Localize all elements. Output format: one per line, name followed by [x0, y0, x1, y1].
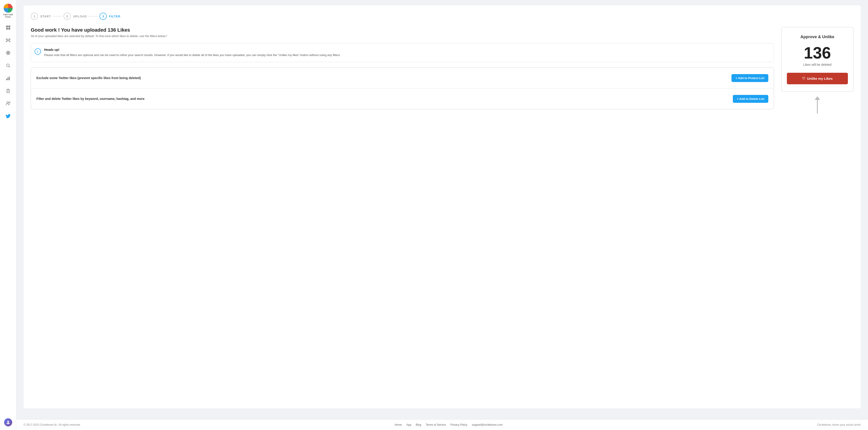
filter-protect-label: Exclude some Twitter likes (prevent spec… — [36, 76, 141, 80]
filter-row-delete: Filter and delete Twitter likes by keywo… — [31, 89, 774, 109]
svg-point-25 — [7, 421, 9, 423]
heart-icon: ♡ — [802, 76, 805, 81]
page-title: Good work ! You have uploaded 136 Likes — [31, 27, 774, 33]
svg-rect-3 — [8, 28, 10, 30]
unlike-my-likes-button[interactable]: ♡ Unlike my Likes — [787, 73, 848, 84]
right-panel: Approve & Unlike 136 Likes will be delet… — [781, 27, 854, 113]
delete-icon[interactable] — [4, 87, 12, 95]
arrow-container — [781, 96, 854, 113]
svg-point-4 — [7, 39, 9, 41]
dashboard-icon[interactable] — [4, 24, 12, 32]
sidebar: TWITTER TOOL — [0, 0, 16, 430]
arrow-up — [815, 96, 820, 113]
content-wrapper: 1 START 2 UPLOAD 3 FILTER — [16, 0, 868, 419]
page-subtitle: All of your uploaded likes are selected … — [31, 34, 774, 38]
footer-link-app[interactable]: App — [406, 423, 411, 426]
svg-line-9 — [7, 39, 7, 40]
target-icon[interactable] — [4, 49, 12, 57]
step-1-label: START — [40, 15, 51, 18]
approve-count: 136 — [787, 45, 848, 61]
arrow-head — [815, 96, 820, 100]
svg-line-10 — [9, 39, 9, 40]
svg-rect-1 — [8, 26, 10, 27]
step-1-circle: 1 — [31, 13, 38, 20]
svg-line-17 — [9, 66, 10, 68]
arrow-line — [817, 100, 818, 113]
svg-rect-2 — [6, 28, 8, 30]
footer-link-privacy[interactable]: Privacy Policy — [451, 423, 467, 426]
svg-point-16 — [6, 64, 9, 67]
step-1: 1 START — [31, 13, 51, 20]
step-2: 2 UPLOAD — [64, 13, 87, 20]
add-to-delete-list-button[interactable]: + Add to Delete List — [733, 95, 768, 103]
svg-rect-0 — [6, 26, 8, 27]
info-title: Heads up! — [44, 48, 341, 52]
svg-point-15 — [8, 53, 8, 53]
users-icon[interactable] — [4, 99, 12, 107]
svg-line-12 — [9, 40, 9, 41]
page-layout: Good work ! You have uploaded 136 Likes … — [31, 27, 854, 113]
footer-link-home[interactable]: Home — [395, 423, 402, 426]
step-divider-1 — [53, 16, 62, 16]
footer-link-blog[interactable]: Blog — [416, 423, 421, 426]
sidebar-logo: TWITTER TOOL — [0, 4, 16, 18]
filter-box: Exclude some Twitter likes (prevent spec… — [31, 68, 774, 109]
twitter-sidebar-icon[interactable] — [4, 112, 12, 120]
left-panel: Good work ! You have uploaded 136 Likes … — [31, 27, 774, 109]
svg-rect-18 — [6, 79, 7, 80]
approve-subtitle: Likes will be deleted — [787, 63, 848, 66]
info-box: i Heads up! Please note that all filters… — [31, 43, 774, 62]
filter-delete-label: Filter and delete Twitter likes by keywo… — [36, 97, 145, 101]
info-icon: i — [35, 48, 41, 55]
svg-point-24 — [9, 102, 10, 103]
footer-links: Home App Blog Terms of Service Privacy P… — [395, 423, 503, 426]
info-text: Please note that all filters are optiona… — [44, 53, 341, 57]
add-to-protect-list-button[interactable]: + Add to Protect List — [732, 74, 768, 82]
user-avatar[interactable] — [4, 418, 12, 426]
white-card: 1 START 2 UPLOAD 3 FILTER — [24, 5, 861, 408]
footer-copyright: © 2017-2023 Circleboom llc. All rights r… — [24, 423, 80, 426]
step-2-label: UPLOAD — [73, 15, 87, 18]
logo-text: TWITTER TOOL — [0, 13, 16, 18]
main-content: 1 START 2 UPLOAD 3 FILTER — [16, 0, 868, 430]
step-3: 3 FILTER — [99, 13, 121, 20]
step-2-circle: 2 — [64, 13, 71, 20]
step-3-circle: 3 — [99, 13, 107, 20]
network-icon[interactable] — [4, 36, 12, 44]
footer-link-tos[interactable]: Terms of Service — [426, 423, 446, 426]
approve-title: Approve & Unlike — [787, 35, 848, 39]
sidebar-nav — [4, 24, 12, 418]
footer: © 2017-2023 Circleboom llc. All rights r… — [16, 419, 868, 430]
approve-card: Approve & Unlike 136 Likes will be delet… — [781, 27, 854, 92]
unlike-button-label: Unlike my Likes — [807, 76, 833, 80]
step-divider-2 — [89, 16, 98, 16]
svg-point-23 — [6, 102, 8, 103]
svg-rect-19 — [7, 77, 8, 80]
footer-link-email[interactable]: support@circleboom.com — [472, 423, 502, 426]
step-3-label: FILTER — [109, 15, 121, 18]
svg-rect-20 — [9, 76, 10, 80]
analytics-icon[interactable] — [4, 74, 12, 82]
stepper: 1 START 2 UPLOAD 3 FILTER — [31, 13, 854, 20]
footer-tagline: Circleboom, boom your social circle! — [817, 423, 861, 426]
search-icon[interactable] — [4, 62, 12, 70]
svg-line-11 — [7, 40, 7, 41]
filter-row-protect: Exclude some Twitter likes (prevent spec… — [31, 68, 774, 89]
logo-circle — [4, 4, 13, 13]
info-content: Heads up! Please note that all filters a… — [44, 48, 341, 57]
